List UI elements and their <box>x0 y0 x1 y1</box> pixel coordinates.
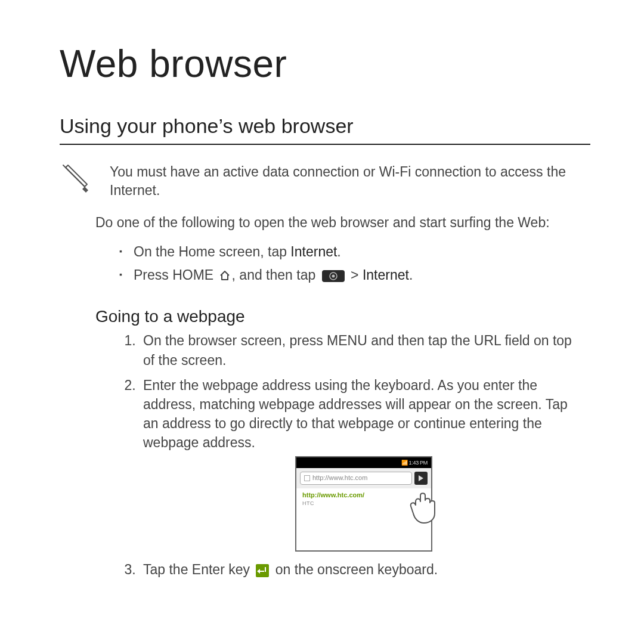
url-row: http://www.htc.com <box>296 468 431 488</box>
go-button[interactable] <box>414 472 428 485</box>
manual-page: Web browser Using your phone’s web brows… <box>0 0 644 609</box>
list-item: Press HOME , and then tap > Internet. <box>119 264 590 290</box>
note-row: You must have an active data connection … <box>60 163 590 200</box>
text: Tap the Enter key <box>143 562 253 577</box>
pencil-icon <box>60 163 93 199</box>
steps-list: On the browser screen, press MENU and th… <box>140 331 584 578</box>
text: Press HOME <box>134 267 218 283</box>
text: , and then tap <box>232 267 320 283</box>
signal-icon: 📶 <box>401 460 409 466</box>
enter-key-icon <box>256 564 269 577</box>
text: . <box>409 267 413 283</box>
list-item: On the Home screen, tap Internet. <box>119 240 590 264</box>
home-icon <box>219 265 231 289</box>
url-text: http://www.htc.com <box>312 473 367 482</box>
internet-label: Internet <box>290 244 337 259</box>
status-bar: 📶 1:43 PM <box>296 457 431 468</box>
text: . <box>337 244 340 259</box>
step-item: Tap the Enter key on the onscreen keyboa… <box>140 560 584 579</box>
section-heading: Using your phone’s web browser <box>60 114 590 145</box>
option-list: On the Home screen, tap Internet. Press … <box>119 240 590 290</box>
internet-label: Internet <box>363 267 409 283</box>
text: on the onscreen keyboard. <box>271 562 438 577</box>
apps-button-icon <box>322 267 345 290</box>
status-time: 1:43 PM <box>409 460 428 466</box>
url-input[interactable]: http://www.htc.com <box>300 472 412 485</box>
note-text: You must have an active data connection … <box>110 163 590 200</box>
svg-point-2 <box>332 275 335 278</box>
step-item: On the browser screen, press MENU and th… <box>140 331 584 369</box>
breadcrumb-separator: > <box>347 267 363 283</box>
favicon-icon <box>304 475 310 481</box>
subsection-heading: Going to a webpage <box>95 307 590 326</box>
phone-screenshot: 📶 1:43 PM http://www.htc.com http://www.… <box>295 456 432 552</box>
text: Enter the webpage address using the keyb… <box>143 377 568 451</box>
tap-hand-icon <box>407 490 439 530</box>
text: On the Home screen, tap <box>134 244 290 259</box>
page-title: Web browser <box>60 42 590 86</box>
step-item: Enter the webpage address using the keyb… <box>140 376 584 552</box>
intro-text: Do one of the following to open the web … <box>95 213 584 232</box>
